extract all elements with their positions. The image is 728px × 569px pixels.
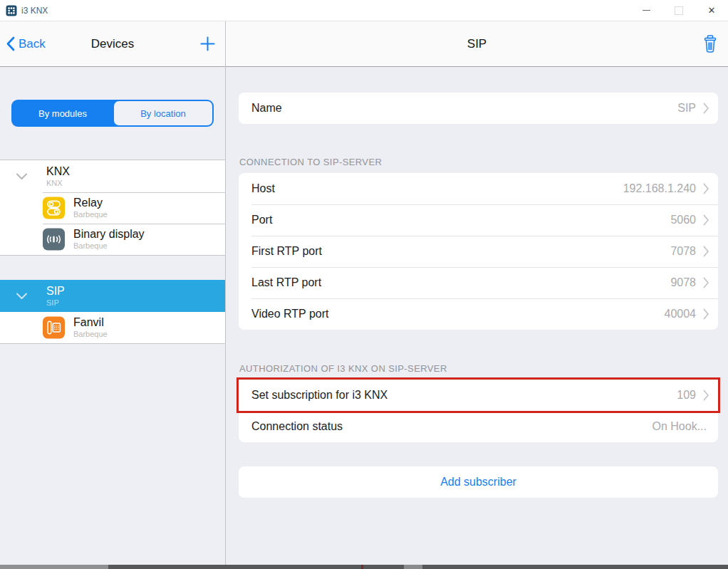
app-logo-icon	[6, 5, 17, 16]
sidebar-header: Back Devices	[0, 21, 225, 67]
background-window-edge	[0, 565, 728, 569]
chevron-right-icon	[703, 214, 709, 226]
section-label-authorization: AUTHORIZATION OF I3 KNX ON SIP-SERVER	[239, 363, 718, 374]
trash-icon	[702, 34, 719, 53]
row-label: Last RTP port	[251, 276, 670, 289]
device-subtitle: Barbeque	[73, 241, 225, 251]
row-value: 7078	[670, 245, 696, 258]
minimize-button[interactable]	[630, 0, 662, 21]
edge-segment	[108, 565, 361, 569]
setting-row-last-rtp-port[interactable]: Last RTP port 9078	[239, 267, 718, 298]
row-label: Connection status	[251, 420, 652, 433]
setting-row-port[interactable]: Port 5060	[239, 204, 718, 236]
chevron-right-icon	[703, 183, 709, 194]
relay-icon	[43, 197, 65, 219]
device-tree: KNX KNX Relay Barbeque	[0, 160, 225, 344]
edge-segment	[404, 565, 422, 569]
row-value: 109	[677, 389, 696, 402]
chevron-right-icon	[703, 246, 709, 257]
chevron-down-icon	[16, 172, 28, 180]
row-label: Name	[251, 102, 677, 115]
delete-device-button[interactable]	[700, 33, 721, 55]
add-device-button[interactable]	[198, 35, 217, 53]
group-title: SIP	[46, 285, 225, 298]
group-subtitle: KNX	[46, 179, 225, 188]
setting-row-first-rtp-port[interactable]: First RTP port 7078	[239, 236, 718, 267]
setting-row-set-subscription[interactable]: Set subscription for i3 KNX 109	[239, 380, 718, 411]
chevron-right-icon	[703, 390, 709, 401]
tree-item-fanvil[interactable]: Fanvil Barbeque	[0, 312, 225, 344]
binary-display-icon	[43, 229, 65, 251]
setting-row-connection-status: Connection status On Hook...	[239, 411, 718, 442]
devices-sidebar: Back Devices By modules By location	[0, 21, 226, 565]
device-title: Relay	[73, 197, 225, 209]
group-subtitle: SIP	[46, 298, 225, 308]
tree-group-sip-selected[interactable]: SIP SIP	[0, 280, 225, 312]
tree-item-relay[interactable]: Relay Barbeque	[0, 192, 225, 224]
setting-row-host[interactable]: Host 192.168.1.240	[239, 173, 718, 204]
sip-detail-panel: SIP Name SIP	[226, 21, 728, 565]
chevron-down-icon	[16, 292, 28, 300]
close-button[interactable]: ✕	[695, 0, 728, 21]
tab-by-modules[interactable]: By modules	[11, 100, 114, 127]
setting-row-video-rtp-port[interactable]: Video RTP port 40004	[239, 298, 718, 330]
back-label: Back	[19, 37, 46, 51]
back-button[interactable]: Back	[6, 36, 46, 51]
plus-icon	[200, 36, 215, 51]
row-label: First RTP port	[251, 245, 670, 258]
detail-title: SIP	[467, 37, 487, 51]
edge-segment	[363, 565, 404, 569]
chevron-right-icon	[703, 308, 709, 320]
close-icon: ✕	[708, 6, 716, 15]
chevron-left-icon	[6, 36, 15, 51]
row-value: 9078	[670, 276, 696, 289]
fanvil-phone-icon	[43, 317, 65, 339]
name-card: Name SIP	[239, 93, 718, 124]
device-subtitle: Barbeque	[73, 210, 225, 219]
device-title: Binary display	[73, 228, 225, 241]
window-title: i3 KNX	[21, 6, 48, 16]
detail-header: SIP	[226, 21, 728, 67]
device-title: Fanvil	[73, 316, 225, 329]
row-value: 5060	[670, 214, 696, 226]
maximize-icon	[675, 6, 683, 15]
row-value: On Hook...	[652, 420, 707, 433]
device-subtitle: Barbeque	[73, 330, 225, 339]
setting-row-name[interactable]: Name SIP	[239, 93, 718, 124]
tree-gap	[0, 256, 225, 280]
tab-by-location[interactable]: By location	[114, 101, 212, 125]
group-title: KNX	[46, 165, 225, 178]
minimize-icon	[643, 10, 650, 11]
section-label-connection: CONNECTION TO SIP-SERVER	[239, 157, 718, 167]
edge-segment	[422, 565, 728, 569]
row-label: Set subscription for i3 KNX	[251, 389, 677, 402]
row-value: SIP	[677, 102, 696, 115]
detail-body: Name SIP CONNECTION TO SIP-SERVER Host 1…	[226, 67, 728, 498]
add-subscriber-button[interactable]: Add subscriber	[239, 466, 718, 498]
add-subscriber-label: Add subscriber	[440, 476, 516, 489]
row-label: Video RTP port	[251, 308, 665, 320]
row-label: Port	[251, 214, 670, 226]
tree-item-binary-display[interactable]: Binary display Barbeque	[0, 224, 225, 256]
window-titlebar: i3 KNX ✕	[0, 0, 728, 21]
edge-segment	[0, 565, 108, 569]
row-value: 192.168.1.240	[623, 182, 696, 195]
chevron-right-icon	[703, 277, 709, 288]
connection-card: Host 192.168.1.240 Port 5060 First RTP p…	[239, 173, 718, 330]
tab-by-modules-label: By modules	[38, 108, 87, 119]
row-value: 40004	[665, 308, 697, 320]
tree-group-knx[interactable]: KNX KNX	[0, 160, 225, 192]
sidebar-title: Devices	[91, 37, 134, 51]
view-mode-tabs: By modules By location	[11, 100, 214, 127]
row-label: Host	[251, 182, 623, 195]
authorization-card: Set subscription for i3 KNX 109 Connecti…	[239, 380, 718, 442]
maximize-button[interactable]	[662, 0, 695, 21]
tab-by-location-label: By location	[140, 108, 186, 119]
chevron-right-icon	[703, 103, 709, 114]
